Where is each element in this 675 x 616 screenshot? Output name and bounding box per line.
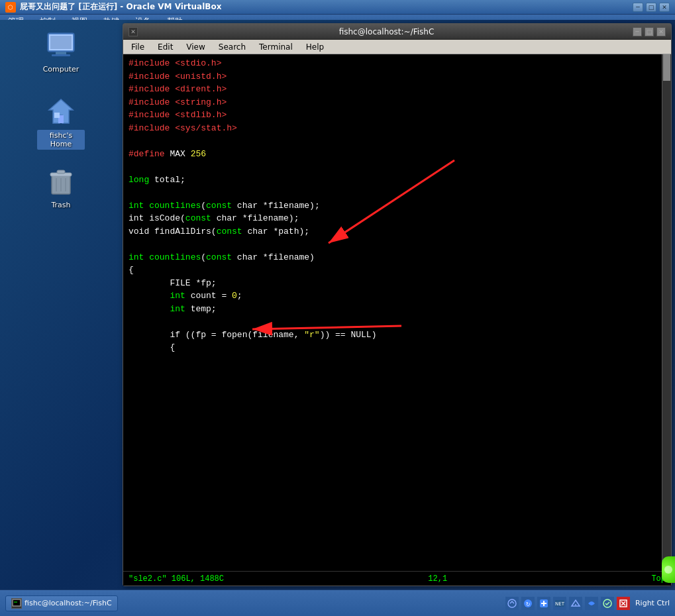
svg-rect-15 (57, 170, 65, 174)
svg-text:NET: NET (555, 601, 565, 607)
trash-icon-label: Trash (48, 199, 73, 211)
green-side-tab[interactable] (662, 556, 675, 583)
terminal-task-icon (11, 598, 22, 609)
desktop-icon-trash[interactable]: Trash (34, 162, 87, 213)
terminal-minimize-button[interactable]: ─ (633, 27, 642, 36)
svg-rect-7 (50, 36, 72, 49)
code-line-4: #include <string.h> (129, 96, 666, 109)
virtualbox-title-bar: ⬡ 屁哥又出问题了 [正在运行] - Oracle VM VirtualBox … (0, 0, 675, 15)
tray-icon-4[interactable]: NET (553, 597, 566, 610)
code-line-7 (129, 134, 666, 148)
tray-icon-1[interactable] (505, 597, 519, 610)
terminal-status-pos: 12,1 (428, 574, 447, 584)
tray-icon-5[interactable] (569, 597, 582, 610)
code-line-20: int temp; (129, 303, 666, 316)
terminal-menu-help[interactable]: Help (301, 41, 329, 53)
terminal-close-button[interactable]: ✕ (656, 27, 666, 36)
code-line-18: FILE *fp; (129, 277, 666, 290)
code-line-19: int count = 0; (129, 289, 666, 303)
computer-svg (45, 29, 77, 61)
desktop: Computer fishc's Home Trash ✕ fishc@loca… (0, 20, 675, 590)
svg-point-20 (664, 566, 672, 574)
code-line-6: #include <sys/stat.h> (129, 122, 666, 135)
terminal-task-label: fishc@localhost:~/FishC (25, 599, 112, 607)
terminal-task-button[interactable]: fishc@localhost:~/FishC (5, 595, 118, 611)
window-title: 屁哥又出问题了 [正在运行] - Oracle VM VirtualBox (20, 1, 633, 13)
trash-svg (45, 165, 77, 197)
code-line-14: void findAllDirs(const char *path); (129, 225, 666, 238)
terminal-menu-view[interactable]: View (181, 41, 210, 53)
code-line-3: #include <dirent.h> (129, 83, 666, 96)
code-line-17: { (129, 264, 666, 277)
code-line-11 (129, 186, 666, 199)
right-ctrl-label: Right Ctrl (635, 599, 670, 607)
code-line-13: int isCode(const char *filename); (129, 212, 666, 225)
home-svg (45, 95, 77, 127)
maximize-button[interactable]: □ (646, 3, 656, 12)
tray-icon-2[interactable]: ↻ (521, 597, 535, 610)
code-line-22: if ((fp = fopen(filename, "r")) == NULL) (129, 329, 666, 342)
terminal-menu-bar: File Edit View Search Terminal Help (123, 40, 671, 54)
svg-rect-9 (52, 54, 70, 56)
svg-rect-12 (54, 113, 60, 118)
desktop-icon-fishhome[interactable]: fishc's Home (34, 93, 87, 152)
tray-icon-6[interactable] (585, 597, 598, 610)
code-line-10: long total; (129, 174, 666, 187)
code-line-12: int countlines(const char *filename); (129, 199, 666, 213)
terminal-window-controls: ─ □ ✕ (633, 27, 666, 36)
tray-icon-7[interactable] (601, 597, 614, 610)
bottom-taskbar: fishc@localhost:~/FishC ↻ NET Right Ctrl (0, 590, 675, 616)
terminal-scrollbar-thumb[interactable] (663, 54, 670, 81)
green-tab-icon (663, 560, 674, 580)
terminal-menu-terminal[interactable]: Terminal (254, 41, 298, 53)
code-line-5: #include <stdlib.h> (129, 109, 666, 122)
terminal-content[interactable]: #include <stdio.h> #include <unistd.h> #… (123, 54, 671, 571)
minimize-button[interactable]: ─ (633, 3, 643, 12)
terminal-menu-search[interactable]: Search (213, 41, 251, 53)
bottom-right-icons: ↻ NET Right Ctrl (505, 597, 670, 610)
terminal-maximize-button[interactable]: □ (645, 27, 654, 36)
svg-point-33 (575, 604, 576, 605)
code-line-23: { (129, 341, 666, 354)
terminal-window: ✕ fishc@localhost:~/FishC ─ □ ✕ File Edi… (123, 23, 672, 586)
terminal-status-bar: "sle2.c" 106L, 1488C 12,1 Top (123, 571, 671, 586)
svg-text:↻: ↻ (526, 601, 531, 607)
tray-icon-8[interactable] (617, 597, 630, 610)
code-line-9 (129, 160, 666, 174)
terminal-scrollbar[interactable] (662, 54, 671, 571)
code-line-1: #include <stdio.h> (129, 57, 666, 70)
terminal-close-icon[interactable]: ✕ (129, 27, 138, 36)
code-line-21 (129, 315, 666, 329)
fishhome-icon-label: fishc's Home (37, 130, 85, 150)
terminal-menu-edit[interactable]: Edit (152, 41, 178, 53)
svg-rect-22 (13, 600, 20, 605)
terminal-title: fishc@localhost:~/FishC (140, 27, 633, 36)
code-line-2: #include <unistd.h> (129, 70, 666, 83)
terminal-status-left: "sle2.c" 106L, 1488C (129, 574, 224, 584)
code-line-16: int countlines(const char *filename) (129, 251, 666, 264)
desktop-icon-computer[interactable]: Computer (34, 26, 87, 77)
code-line-15 (129, 238, 666, 251)
vbox-icon: ⬡ (5, 2, 16, 13)
close-button[interactable]: ✕ (659, 3, 670, 12)
terminal-title-bar: ✕ fishc@localhost:~/FishC ─ □ ✕ (123, 24, 671, 40)
svg-rect-29 (543, 601, 545, 606)
svg-rect-8 (56, 52, 66, 54)
computer-icon-label: Computer (40, 64, 82, 75)
terminal-menu-file[interactable]: File (126, 41, 150, 53)
code-line-8: #define MAX 256 (129, 148, 666, 161)
window-controls: ─ □ ✕ (633, 3, 670, 12)
svg-point-24 (508, 599, 516, 607)
tray-icon-3[interactable] (537, 597, 550, 610)
